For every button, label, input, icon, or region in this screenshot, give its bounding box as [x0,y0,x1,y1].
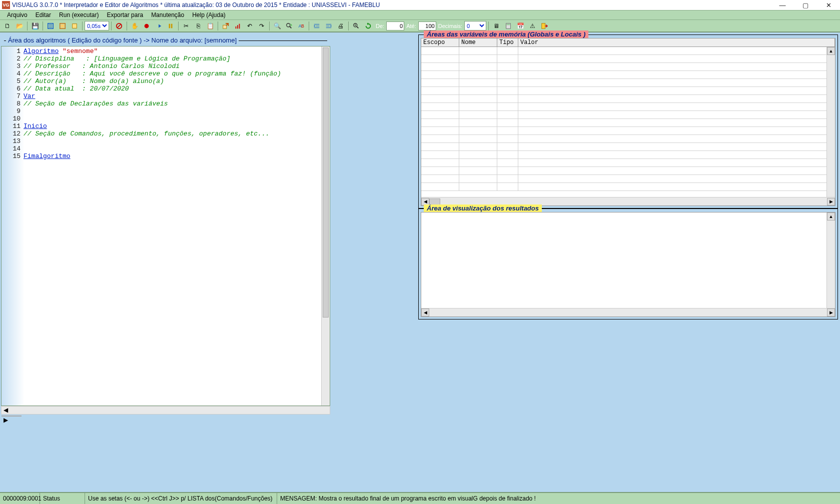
pause-icon[interactable] [165,21,176,31]
warning-icon[interactable]: ⚠ [527,21,538,31]
zoom-icon[interactable] [351,21,362,31]
col-tipo[interactable]: Tipo [497,38,518,46]
open-file-icon[interactable]: 📂 [14,21,25,31]
col-valor[interactable]: Valor [518,38,835,46]
svg-rect-12 [223,25,227,28]
table-row [421,79,835,87]
cut-icon[interactable]: ✂ [181,21,192,31]
table-row [421,55,835,63]
svg-line-17 [290,26,292,28]
copy-icon[interactable]: ⎘ [193,21,204,31]
decimais-combo[interactable]: 0 [464,21,486,30]
close-button[interactable]: ✕ [817,0,840,10]
menubar: Arquivo Editar Run (executar) Exportar p… [0,10,840,20]
code-editor[interactable]: 1Algoritmo "semnome" 2// Disciplina : [L… [1,46,330,406]
tool-icon-3[interactable] [69,21,80,31]
maximize-button[interactable]: ▢ [794,0,817,10]
main-area: Área dos algoritmos ( Edição do código f… [0,32,840,492]
paste-icon[interactable]: 📋 [205,21,216,31]
table-row [421,183,835,191]
de-input[interactable] [386,22,404,30]
svg-rect-15 [239,24,240,28]
table-row [421,119,835,127]
vars-panel-title: Áreas das variáveis de memória (Globais … [424,30,588,38]
statusbar: 0000009:0001 Status Use as setas (<- ou … [0,492,840,504]
table-row [421,159,835,167]
calendar-icon[interactable]: 📅 [515,21,526,31]
output-area[interactable]: ▲ ◀ ▶ [421,212,835,317]
menu-manutencao[interactable]: Manutenção [147,10,188,20]
output-frame: Área de visualização dos resultados ▲ ◀ … [418,208,838,320]
indent-icon[interactable] [311,21,322,31]
menu-help[interactable]: Help (Ajuda) [188,10,230,20]
output-panel-title: Área de visualização dos resultados [424,204,542,212]
svg-point-9 [145,24,149,28]
output-vscrollbar[interactable]: ▲ [826,212,835,308]
code-hscrollbar[interactable]: ◀ ▶ [1,406,330,414]
table-row [421,127,835,135]
menu-arquivo[interactable]: Arquivo [3,10,32,20]
menu-run[interactable]: Run (executar) [55,10,103,20]
table-row [421,95,835,103]
svg-point-16 [287,23,290,26]
table-row [421,167,835,175]
table-row [421,71,835,79]
stop-icon[interactable] [114,21,125,31]
vars-frame: Áreas das variáveis de memória (Globais … [418,34,838,208]
table-row [421,135,835,143]
menu-editar[interactable]: Editar [32,10,55,20]
ate-input[interactable] [418,22,436,30]
breakpoint-icon[interactable] [141,21,152,31]
svg-rect-14 [237,25,238,28]
calculator-icon[interactable] [503,21,514,31]
table-row [421,175,835,183]
step-icon[interactable] [153,21,164,31]
col-escopo[interactable]: Escopo [421,38,459,46]
table-row [421,87,835,95]
monitor-icon[interactable]: 🖥 [491,21,502,31]
svg-text:B: B [301,23,304,28]
undo-icon[interactable]: ↶ [244,21,255,31]
svg-rect-31 [507,24,510,25]
code-area-frame: Área dos algoritmos ( Edição do código f… [4,36,327,44]
print-icon[interactable]: 🖨 [335,21,346,31]
outdent-icon[interactable] [323,21,334,31]
table-row [421,143,835,151]
decimais-label: Decimais: [437,23,463,29]
minimize-button[interactable]: — [771,0,794,10]
speed-combo[interactable]: 0,05s [85,21,109,30]
reset-icon[interactable] [363,21,374,31]
app-icon: VG [2,1,10,9]
find-icon[interactable]: 🔍 [272,21,283,31]
table-row [421,47,835,55]
code-vscrollbar[interactable] [321,46,330,406]
svg-rect-10 [169,24,171,28]
export-icon[interactable] [220,21,231,31]
tool-icon-2[interactable] [57,21,68,31]
exit-icon[interactable] [539,21,550,31]
save-icon[interactable]: 💾 [30,21,41,31]
window-title: VISUALG 3.0.7.0 * Interpretador e Editor… [12,2,380,8]
menu-exportar[interactable]: Exportar para [103,10,147,20]
new-file-icon[interactable]: 🗋 [2,21,13,31]
svg-rect-32 [542,23,545,28]
chart-icon[interactable] [232,21,243,31]
de-label: De: [375,23,385,29]
svg-rect-13 [236,26,237,28]
ate-label: Até: [405,23,417,29]
tool-icon-1[interactable] [45,21,56,31]
hand-icon[interactable]: ✋ [129,21,140,31]
cursor-position: 0000009:0001 [0,493,40,504]
redo-icon[interactable]: ↷ [256,21,267,31]
status-hint: Use as setas (<- ou ->) <<Ctrl J>> p/ LI… [85,493,277,504]
vars-vscrollbar[interactable]: ▲ [826,47,835,197]
output-hscrollbar[interactable]: ◀ ▶ [421,308,835,316]
vars-grid[interactable]: Escopo Nome Tipo Valor ▲ [421,38,835,206]
status-message: MENSAGEM: Mostra o resultado final de um… [277,493,840,504]
svg-rect-6 [73,24,77,28]
col-nome[interactable]: Nome [459,38,497,46]
code-area-title: Área dos algoritmos ( Edição do código f… [6,36,239,44]
svg-rect-5 [61,24,65,28]
find-next-icon[interactable] [284,21,295,31]
replace-icon[interactable]: AB [296,21,307,31]
